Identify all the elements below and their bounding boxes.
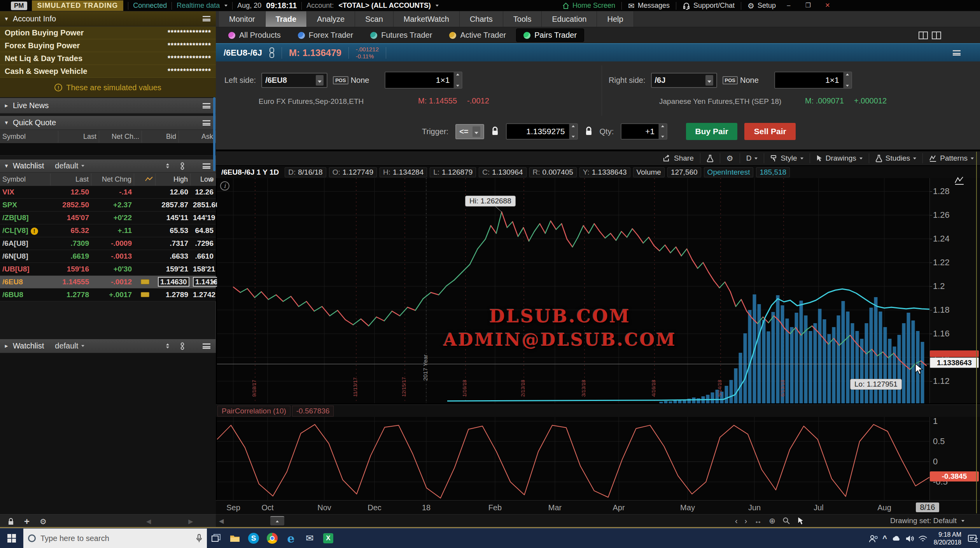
sidebar-scrollbar-thumb[interactable]: [213, 97, 215, 171]
subtab-pairs-trader[interactable]: Pairs Trader: [516, 28, 584, 42]
subtab-forex-trader[interactable]: Forex Trader: [291, 29, 360, 42]
qq-column-symbol[interactable]: Symbol: [0, 131, 58, 143]
menu-tab-marketwatch[interactable]: MarketWatch: [394, 11, 460, 27]
subtab-active-trader[interactable]: Active Trader: [442, 29, 513, 42]
watchlist2-scroll-arrows[interactable]: [166, 343, 169, 348]
sell-pair-button[interactable]: Sell Pair: [744, 123, 796, 140]
spinner-buttons[interactable]: [843, 72, 851, 88]
menu-tab-analyze[interactable]: Analyze: [307, 11, 355, 27]
share-button[interactable]: Share: [657, 153, 700, 163]
interval-dropdown[interactable]: D: [740, 153, 764, 163]
time-axis[interactable]: 8/16 SepOctNovDec18FebMarAprMayJunJulAug: [216, 500, 980, 514]
wl-column[interactable]: [134, 173, 156, 186]
watchlist-row-6BU8[interactable]: /6BU81.2778+.00171.27891.2742: [0, 289, 216, 301]
correlation-study-label[interactable]: PairCorrelation (10): [217, 406, 290, 417]
add-icon[interactable]: +: [24, 516, 30, 527]
account-row[interactable]: Forex Buying Power**************: [0, 39, 216, 52]
internet-explorer-icon[interactable]: e: [282, 529, 300, 548]
green-app-icon[interactable]: X: [319, 529, 338, 548]
menu-tab-trade[interactable]: Trade: [266, 11, 307, 27]
mail-icon[interactable]: ✉: [300, 529, 319, 548]
menu-icon[interactable]: [203, 120, 210, 126]
menu-tab-monitor[interactable]: Monitor: [219, 11, 266, 27]
menu-tab-charts[interactable]: Charts: [460, 11, 503, 27]
wl-column[interactable]: High: [156, 173, 191, 186]
watchlist-name-dropdown[interactable]: default: [55, 161, 78, 170]
watchlist2-header[interactable]: ►Watchlist default: [0, 339, 216, 353]
chrome-icon[interactable]: [263, 529, 282, 548]
right-ratio-input[interactable]: 1×1: [774, 72, 852, 89]
restore-button[interactable]: ❐: [802, 2, 815, 10]
left-ratio-input[interactable]: 1×1: [385, 72, 462, 89]
close-button[interactable]: ✕: [821, 2, 834, 10]
fit-width-icon[interactable]: ↔: [754, 516, 762, 525]
gear-icon[interactable]: ⚙: [40, 517, 47, 526]
menu-tab-scan[interactable]: Scan: [355, 11, 394, 27]
menu-icon[interactable]: [953, 50, 961, 56]
support-chat-button[interactable]: Support/Chat: [682, 2, 735, 10]
chain-link-icon[interactable]: [269, 47, 275, 58]
menu-icon[interactable]: [203, 163, 210, 169]
taskbar-clock[interactable]: 9:18 AM 8/20/2018: [931, 531, 964, 546]
setup-button[interactable]: ⚙ Setup: [747, 1, 776, 11]
account-row[interactable]: Option Buying Power**************: [0, 26, 216, 39]
correlation-chart[interactable]: [217, 417, 929, 500]
task-view-button[interactable]: [207, 529, 226, 548]
menu-icon[interactable]: [203, 16, 210, 21]
action-center-icon[interactable]: [968, 534, 978, 543]
subtab-all-products[interactable]: All Products: [221, 29, 288, 42]
patterns-dropdown[interactable]: Patterns: [922, 153, 980, 163]
messages-button[interactable]: ✉ Messages: [628, 1, 670, 11]
connection-status[interactable]: Connected: [133, 2, 167, 10]
spinner-buttons[interactable]: [453, 72, 462, 88]
menu-icon[interactable]: [203, 103, 210, 109]
gear-icon[interactable]: ⚙: [209, 176, 214, 183]
menu-tab-help[interactable]: Help: [597, 11, 634, 27]
left-symbol-dropdown[interactable]: /6EU8: [261, 73, 327, 88]
watchlist-row-6AU8[interactable]: /6A[U8].7309-.0009.7317.7296: [0, 237, 216, 250]
right-symbol-dropdown[interactable]: /6J: [651, 73, 717, 88]
wl-column[interactable]: Symbol: [0, 173, 51, 186]
qq-column-last[interactable]: Last: [58, 131, 99, 143]
pair-price-chart[interactable]: [217, 178, 929, 403]
watchlist-row-VIX[interactable]: VIX12.50-.1412.6012.26: [0, 186, 216, 199]
trigger-price-input[interactable]: 1.1359275: [506, 123, 578, 140]
skype-icon[interactable]: S: [244, 529, 263, 548]
watchlist-row-UBU8[interactable]: /UB[U8]159'16+0'30159'21158'21: [0, 263, 216, 276]
drawings-dropdown[interactable]: Drawings: [810, 153, 869, 163]
lock-icon[interactable]: [8, 518, 14, 525]
pan-left-icon[interactable]: ◀: [219, 517, 224, 525]
watchlist-row-ZBU8[interactable]: /ZB[U8]145'07+0'22145'11144'19: [0, 212, 216, 224]
start-button[interactable]: [0, 529, 23, 548]
page-left-icon[interactable]: ‹: [735, 516, 738, 525]
pair-symbol[interactable]: /6EU8-/6J: [224, 48, 262, 58]
buy-pair-button[interactable]: Buy Pair: [686, 123, 737, 140]
chart-settings-button[interactable]: ⚙: [720, 153, 740, 163]
lock-icon[interactable]: [491, 126, 499, 137]
live-news-header[interactable]: ►Live News: [0, 98, 216, 114]
menu-tab-tools[interactable]: Tools: [503, 11, 542, 27]
speaker-icon[interactable]: [906, 535, 914, 542]
layout-grid-icon[interactable]: [919, 32, 928, 39]
link-icon[interactable]: [179, 342, 186, 350]
quick-quote-header[interactable]: ▼Quick Quote: [0, 116, 216, 130]
file-explorer-icon[interactable]: [226, 529, 244, 548]
flask-button[interactable]: [700, 153, 720, 163]
spinner-buttons[interactable]: [569, 124, 577, 139]
collapse-panel-button[interactable]: [270, 516, 284, 525]
style-dropdown[interactable]: Style: [764, 153, 809, 163]
link-icon[interactable]: [179, 162, 186, 170]
quick-quote-empty-row[interactable]: [0, 143, 216, 156]
watchlist-header[interactable]: ▼Watchlist default: [0, 159, 216, 173]
network-icon[interactable]: [918, 535, 928, 542]
menu-icon[interactable]: [203, 343, 210, 349]
lock-icon[interactable]: [585, 126, 593, 137]
account-info-header[interactable]: ▼Account Info: [0, 11, 216, 26]
watchlist2-name-dropdown[interactable]: default: [55, 341, 78, 350]
zoom-icon[interactable]: [782, 517, 790, 525]
info-icon[interactable]: i: [220, 181, 229, 191]
layout-grid-icon[interactable]: [932, 32, 941, 39]
qq-column-netch[interactable]: Net Ch...: [99, 131, 142, 143]
globe-icon[interactable]: ⊕: [769, 516, 775, 525]
realtime-data-status[interactable]: Realtime data: [177, 2, 220, 10]
